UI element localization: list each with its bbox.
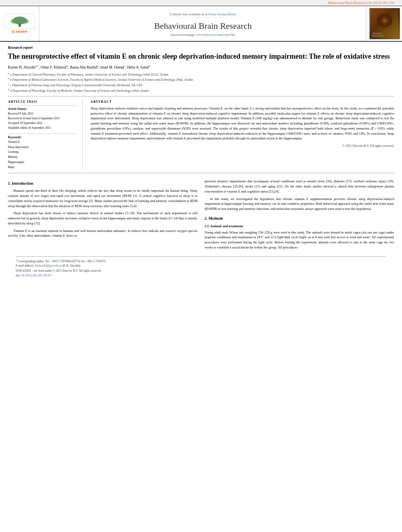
- email-line: E-mail address: khalzoubi@just.edu.jo (K…: [16, 263, 386, 268]
- homepage-url[interactable]: www.elsevier.com/locate/bbr: [196, 33, 235, 37]
- subsection2-1-title: Animals and treatments: [210, 224, 243, 228]
- corresponding-text: * Corresponding author. Tel.: +962 2 720…: [16, 260, 106, 263]
- abstract-section: ABSTRACT Sleep deprivation induces oxida…: [91, 100, 394, 170]
- citation-text: Behavioural Brain Research 226 (2012) 20…: [328, 1, 394, 5]
- contents-available-text: Contents lists available at: [170, 12, 204, 16]
- contents-line: Contents lists available at SciVerse Sci…: [162, 11, 244, 18]
- journal-header: Behavioural Brain Research 226 (2012) 20…: [0, 0, 402, 42]
- history-label: Article history:: [8, 107, 78, 111]
- svg-point-4: [22, 19, 29, 24]
- body-left-column: 1. Introduction Humans spend one-third o…: [8, 179, 198, 252]
- intro-para-3: Vitamin E is an essential nutrient in hu…: [8, 228, 198, 239]
- svg-text:Brain Research: Brain Research: [372, 35, 384, 37]
- elsevier-logo: [4, 14, 35, 29]
- article-type: Research report: [8, 46, 394, 50]
- journal-thumbnail: Behavioural Brain Research: [369, 8, 400, 39]
- abstract-text: Sleep deprivation induces oxidative stre…: [91, 106, 394, 141]
- body-right-column: prevents memory impairments that accompa…: [205, 179, 395, 252]
- section1-number: 1.: [8, 181, 11, 185]
- abstract-title: ABSTRACT: [91, 100, 394, 104]
- keyword-4: Memory: [8, 155, 78, 160]
- intro-para-2: Sleep deprivation has been shown to indu…: [8, 211, 198, 226]
- authors-line: Karem H. Alzoubia,*, Omar F. Khabourb, B…: [8, 64, 394, 69]
- keyword-2: Sleep deprivation: [8, 145, 78, 150]
- subsection2-1-header: 2.1. Animals and treatments: [205, 224, 395, 229]
- section1-header: 1. Introduction: [8, 180, 198, 186]
- journal-thumbnail-block: Behavioural Brain Research: [367, 6, 402, 41]
- body-columns: 1. Introduction Humans spend one-third o…: [8, 179, 394, 252]
- section2-number: 2.: [205, 216, 208, 221]
- svg-text:Behavioural: Behavioural: [372, 32, 382, 34]
- revised-date: Received in revised form 6 September 201…: [8, 116, 78, 121]
- keywords-label: Keywords:: [8, 135, 78, 139]
- intro-para-1: Humans spend one-third of their life sle…: [8, 188, 198, 208]
- article-info-abstract: ARTICLE INFO Article history: Received 9…: [8, 100, 394, 170]
- copyright-line: © 2011 Elsevier B.V. All rights reserved…: [91, 144, 394, 148]
- page-footer: * Corresponding author. Tel.: +962 2 720…: [16, 256, 386, 278]
- article-info-title: ARTICLE INFO: [8, 100, 78, 104]
- intro-para-5: In this study, we investigated the hypot…: [205, 196, 395, 211]
- issn-text: 0166-4328/$ – see front matter © 2011 El…: [16, 269, 102, 272]
- affiliations: a a Department of Clinical Pharmacy, Fac…: [8, 72, 394, 93]
- svg-point-8: [382, 18, 387, 23]
- authors-text: Karem H. Alzoubia,*, Omar F. Khabourb, B…: [8, 65, 150, 69]
- journal-name: Behavioural Brain Research: [154, 18, 252, 33]
- available-date: Available online 16 September 2011: [8, 126, 78, 130]
- svg-rect-2: [19, 24, 21, 27]
- affiliation-a: a a Department of Clinical Pharmacy, Fac…: [8, 72, 394, 77]
- doi-ref: doi: 10.1016/j.bbr.2011.09.017: [16, 274, 386, 277]
- doi-value[interactable]: 10.1016/j.bbr.2011.09.017: [21, 274, 52, 277]
- journal-homepage: journal homepage: www.elsevier.com/locat…: [170, 33, 235, 37]
- section2-title: Methods: [209, 216, 223, 221]
- keyword-5: Hippocampus: [8, 160, 78, 165]
- journal-center: Contents lists available at SciVerse Sci…: [39, 6, 367, 41]
- keyword-6: Maze: [8, 165, 78, 170]
- doi-label: doi:: [16, 274, 20, 277]
- accepted-date: Accepted 10 September 2011: [8, 121, 78, 126]
- divider-2: [8, 173, 394, 173]
- divider-1: [8, 96, 394, 96]
- methods-para-1: Young adult male Wistar rats weighing 15…: [205, 230, 395, 250]
- corresponding-note: * Corresponding author. Tel.: +962 2 720…: [16, 259, 386, 263]
- homepage-label: journal homepage:: [170, 33, 196, 37]
- elsevier-logo-block: ELSEVIER: [0, 6, 39, 41]
- intro-para-4: prevents memory impairments that accompa…: [205, 179, 395, 194]
- article-title: The neuroprotective effect of vitamin E …: [8, 52, 394, 61]
- article-info-panel: ARTICLE INFO Article history: Received 9…: [8, 100, 83, 170]
- article-dates: Received 9 July 2011 Received in revised…: [8, 111, 78, 130]
- svg-point-3: [11, 19, 17, 24]
- sciverse-link[interactable]: SciVerse ScienceDirect: [205, 12, 236, 16]
- main-content: Research report The neuroprotective effe…: [0, 42, 402, 281]
- keywords-section: Keywords: Vitamin E Sleep deprivation Le…: [8, 135, 78, 170]
- email-address[interactable]: khalzoubi@just.edu.jo: [35, 264, 62, 267]
- subsection2-1-number: 2.1.: [205, 224, 210, 228]
- affiliation-b: b b Department of Medical Laboratory Sci…: [8, 77, 394, 82]
- section1-title: Introduction: [12, 181, 33, 185]
- doi-line: 0166-4328/$ – see front matter © 2011 El…: [16, 269, 386, 272]
- elsevier-text: ELSEVIER: [12, 30, 28, 33]
- affiliation-d: d d Department of Physiology, Faculty of…: [8, 88, 394, 93]
- keyword-1: Vitamin E: [8, 140, 78, 145]
- email-label: E-mail address:: [16, 264, 34, 267]
- section2-header: 2. Methods: [205, 215, 395, 221]
- email-suffix: (K.H. Alzoubi).: [62, 264, 81, 267]
- keyword-3: Learning: [8, 150, 78, 155]
- received-date: Received 9 July 2011: [8, 111, 78, 116]
- citation-bar: Behavioural Brain Research 226 (2012) 20…: [0, 0, 402, 6]
- header-top: ELSEVIER Contents lists available at Sci…: [0, 6, 402, 41]
- affiliation-c: c c Department of Pharmacology and Toxic…: [8, 82, 394, 87]
